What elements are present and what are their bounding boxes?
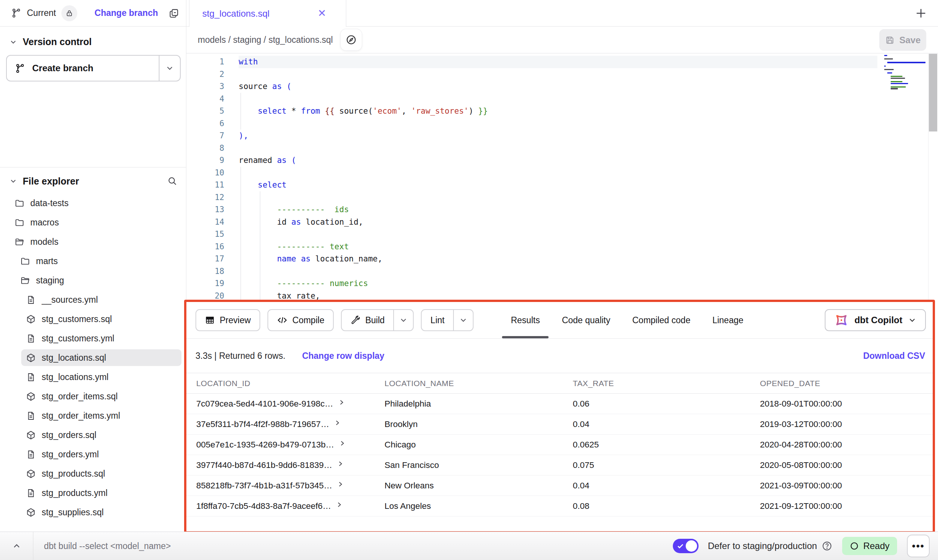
- expand-cell-icon[interactable]: [334, 419, 341, 426]
- results-meta-row: 3.3s | Returned 6 rows. Change row displ…: [186, 339, 934, 373]
- spacer: [0, 81, 186, 167]
- expand-cell-icon[interactable]: [336, 501, 342, 508]
- file-item-macros[interactable]: macros: [10, 214, 181, 231]
- file-item-data-tests[interactable]: data-tests: [10, 195, 181, 211]
- code-line-12: [239, 191, 877, 204]
- preview-label: Preview: [220, 315, 251, 325]
- tab-lineage[interactable]: Lineage: [701, 302, 754, 338]
- file-item-stg_order_items.yml[interactable]: stg_order_items.yml: [21, 407, 181, 424]
- results-table-header: LOCATION_IDLOCATION_NAMETAX_RATEOPENED_D…: [186, 373, 934, 394]
- file-item-stg_orders.yml[interactable]: stg_orders.yml: [21, 446, 181, 463]
- folder-icon: [14, 217, 25, 228]
- lock-icon: [66, 9, 73, 17]
- save-button[interactable]: Save: [879, 29, 926, 51]
- version-control-header[interactable]: Version control: [0, 27, 186, 47]
- line-number: 11: [186, 179, 239, 191]
- cell-opened_date: 2020-04-28T00:00:00: [750, 435, 934, 455]
- file-item-stg_customers.sql[interactable]: stg_customers.sql: [21, 311, 181, 327]
- change-branch-link[interactable]: Change branch: [95, 8, 158, 18]
- preview-button[interactable]: Preview: [195, 309, 260, 331]
- download-csv-link[interactable]: Download CSV: [863, 351, 925, 361]
- help-icon[interactable]: [822, 541, 832, 551]
- change-row-display-link[interactable]: Change row display: [302, 351, 384, 361]
- expand-cell-icon[interactable]: [339, 440, 345, 447]
- file-item-stg_supplies.sql[interactable]: stg_supplies.sql: [21, 504, 181, 521]
- dbt-cloud-ide: Current Change branch Version control: [0, 0, 938, 560]
- code-line-18: [239, 265, 877, 278]
- more-options-button[interactable]: •••: [907, 535, 930, 557]
- expand-cell-icon[interactable]: [338, 399, 345, 406]
- code-editor: 1234567891011121314151617181920 withsour…: [186, 54, 938, 302]
- file-item-stg_customers.yml[interactable]: stg_customers.yml: [21, 330, 181, 347]
- file-item-stg_products.sql[interactable]: stg_products.sql: [21, 465, 181, 482]
- table-row: 858218fb-73f7-4b1b-a31f-57b345…New Orlea…: [186, 476, 934, 496]
- navigate-button[interactable]: [341, 29, 362, 50]
- new-tab-button[interactable]: [912, 5, 930, 22]
- cell-location_id: 37e5f311-b7f4-4f2f-988b-719657…: [186, 414, 375, 434]
- line-number: 14: [186, 216, 239, 228]
- minimap: [884, 55, 927, 90]
- copy-icon[interactable]: [169, 8, 179, 19]
- build-menu-button[interactable]: [393, 310, 413, 330]
- file-item-label: stg_orders.yml: [42, 449, 99, 460]
- cell-tax_rate: 0.04: [563, 414, 750, 434]
- file-item-__sources.yml[interactable]: __sources.yml: [21, 291, 181, 308]
- file-item-stg_products.yml[interactable]: stg_products.yml: [21, 485, 181, 501]
- expand-cell-icon[interactable]: [337, 481, 344, 488]
- ready-label: Ready: [863, 541, 890, 551]
- file-item-stg_order_items.sql[interactable]: stg_order_items.sql: [21, 388, 181, 405]
- cell-location_name: San Francisco: [375, 455, 563, 475]
- editor-scrollbar[interactable]: [928, 54, 938, 302]
- chevron-down-icon: [9, 177, 17, 185]
- code-line-16: ---------- text: [239, 241, 877, 253]
- table-row: 37e5f311-b7f4-4f2f-988b-719657…Brooklyn0…: [186, 414, 934, 435]
- code-line-1: with: [239, 56, 877, 68]
- cell-location_id: 1f8ffa70-7cb5-4d83-8a7f-9aceef6…: [186, 496, 375, 516]
- tab-stg-locations-sql[interactable]: stg_locations.sql ✕: [189, 0, 346, 27]
- cell-location_name: Philadelphia: [375, 394, 563, 414]
- command-input[interactable]: [33, 532, 673, 560]
- model-icon: [26, 430, 36, 440]
- code-area[interactable]: withsource as ( select * from {{ source(…: [239, 56, 877, 302]
- file-item-models[interactable]: models: [10, 233, 181, 250]
- table-icon: [205, 315, 215, 325]
- close-icon[interactable]: ✕: [317, 8, 326, 19]
- file-item-stg_locations.sql[interactable]: stg_locations.sql: [21, 349, 181, 366]
- compile-button[interactable]: Compile: [267, 309, 334, 331]
- cell-location_name: Brooklyn: [375, 414, 563, 434]
- build-button[interactable]: Build: [341, 309, 414, 331]
- create-branch-menu-button[interactable]: [159, 56, 180, 81]
- file-item-stg_locations.yml[interactable]: stg_locations.yml: [21, 369, 181, 385]
- file-item-marts[interactable]: marts: [16, 253, 181, 269]
- model-icon: [26, 469, 36, 479]
- file-explorer-header[interactable]: File explorer: [0, 167, 186, 195]
- status-circle-icon: [850, 541, 859, 551]
- check-icon: [676, 542, 685, 552]
- file-item-stg_orders.sql[interactable]: stg_orders.sql: [21, 427, 181, 443]
- file-item-label: staging: [36, 275, 64, 286]
- tab-compiled-code[interactable]: Compiled code: [621, 302, 701, 338]
- defer-toggle[interactable]: [673, 539, 699, 553]
- scrollbar-thumb[interactable]: [929, 54, 937, 131]
- line-number: 10: [186, 167, 239, 179]
- search-icon[interactable]: [167, 176, 178, 186]
- create-branch-button[interactable]: Create branch: [6, 55, 181, 81]
- lint-menu-button[interactable]: [453, 310, 473, 330]
- cell-tax_rate: 0.08: [563, 496, 750, 516]
- cell-opened_date: 2021-09-12T00:00:00: [750, 496, 934, 516]
- file-item-staging[interactable]: staging: [16, 272, 181, 289]
- indent-guide: [260, 191, 260, 302]
- tab-results[interactable]: Results: [500, 302, 551, 338]
- copilot-label: dbt Copilot: [854, 315, 902, 325]
- lint-button[interactable]: Lint: [421, 309, 474, 331]
- tab-code-quality[interactable]: Code quality: [551, 302, 621, 338]
- code-line-17: name as location_name,: [239, 253, 877, 265]
- panel-toolbar: Preview Compile Build L: [186, 302, 934, 339]
- line-number: 12: [186, 191, 239, 204]
- model-icon: [26, 314, 36, 324]
- dbt-copilot-button[interactable]: dbt Copilot: [825, 309, 926, 331]
- expand-cell-icon[interactable]: [337, 460, 344, 467]
- cell-location_id: 005e7e1c-1935-4269-b479-0713b…: [186, 435, 375, 455]
- collapse-panel-button[interactable]: [0, 532, 33, 560]
- file-item-label: macros: [30, 217, 59, 228]
